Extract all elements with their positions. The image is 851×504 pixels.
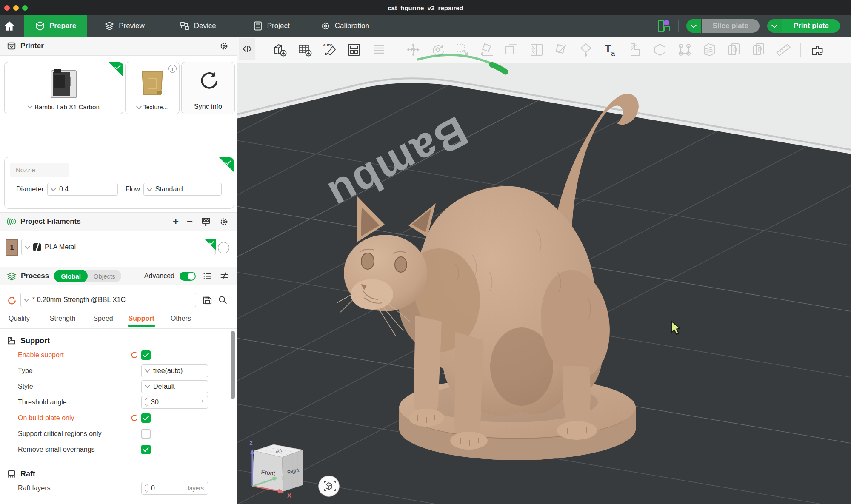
- preview-icon: [104, 21, 114, 31]
- printer-image: [48, 67, 80, 101]
- preset-select[interactable]: * 0.20mm Strength @BBL X1C: [20, 293, 196, 307]
- plate-info-icon[interactable]: i: [168, 65, 177, 73]
- nozzle-diameter-select[interactable]: 0.4: [47, 183, 118, 196]
- preset-reset-icon[interactable]: [7, 296, 17, 305]
- param-tabs: Quality Strength Speed Support Others: [0, 312, 237, 329]
- param-scroll-area[interactable]: Support Enable support Type tree(auto) S…: [0, 330, 237, 504]
- raft-group-title: Raft: [20, 470, 35, 478]
- filament-settings-gear-icon[interactable]: [219, 217, 229, 227]
- filament-more-button[interactable]: ···: [218, 242, 229, 253]
- advanced-label: Advanced: [144, 272, 174, 280]
- preset-list-icon[interactable]: [203, 271, 212, 281]
- doc-p-icon[interactable]: [751, 42, 766, 57]
- save-preset-icon[interactable]: [203, 295, 212, 305]
- reset-icon[interactable]: [130, 414, 138, 422]
- seam-paint-icon[interactable]: [554, 42, 569, 57]
- tab-prepare[interactable]: Prepare: [24, 15, 87, 37]
- raft-layers-spinner[interactable]: 0 layers: [141, 482, 208, 495]
- plate-select-chevron-icon[interactable]: [136, 104, 142, 109]
- support-style-select[interactable]: Default: [141, 380, 208, 393]
- printer-settings-gear-icon[interactable]: [219, 41, 229, 51]
- add-filament-button[interactable]: +: [173, 217, 179, 226]
- assembly-icon[interactable]: [810, 42, 825, 57]
- sidebar-scrollbar[interactable]: [231, 331, 235, 399]
- orbit-view-button[interactable]: [319, 476, 339, 496]
- viewport-toolbar: [237, 37, 851, 63]
- plate-type-card[interactable]: i Texture...: [125, 62, 180, 114]
- print-plate-button[interactable]: Print plate: [782, 19, 840, 33]
- home-button[interactable]: [0, 15, 19, 37]
- remove-overhangs-checkbox[interactable]: [141, 445, 151, 454]
- viewport-3d-scene[interactable]: Bambu: [237, 63, 851, 504]
- slice-plate-dropdown[interactable]: [686, 19, 701, 33]
- raft-layers-value: 0: [151, 484, 155, 492]
- remove-filament-button[interactable]: −: [187, 217, 193, 226]
- split-to-objects-icon[interactable]: [504, 42, 520, 57]
- param-row-raft-layers: Raft layers 0 layers: [0, 480, 237, 496]
- search-icon[interactable]: [218, 295, 228, 305]
- scope-objects-button[interactable]: Objects: [88, 273, 121, 280]
- lay-on-face-icon[interactable]: [480, 42, 495, 57]
- plate-list-icon[interactable]: [658, 20, 669, 31]
- text-tool-icon[interactable]: [603, 42, 618, 57]
- cut-icon[interactable]: [652, 42, 668, 57]
- tab-others[interactable]: Others: [171, 312, 191, 322]
- window-title: cat_figurine_v2_repaired: [0, 4, 851, 11]
- tune-icon[interactable]: [220, 271, 229, 281]
- tab-device-label: Device: [194, 22, 216, 30]
- tab-project[interactable]: Project: [242, 15, 301, 37]
- measure-icon[interactable]: [776, 42, 791, 57]
- reset-icon[interactable]: [130, 351, 138, 359]
- tab-device[interactable]: Device: [168, 15, 227, 37]
- advanced-toggle[interactable]: [180, 272, 196, 281]
- spinner-arrows-icon[interactable]: [142, 484, 151, 492]
- tab-strength[interactable]: Strength: [50, 312, 75, 322]
- tab-preview[interactable]: Preview: [93, 15, 155, 37]
- filament-name: PLA Metal: [45, 243, 76, 251]
- threshold-angle-spinner[interactable]: 30 °: [141, 396, 208, 409]
- slice-plate-button[interactable]: Slice plate: [702, 19, 760, 33]
- scale-icon[interactable]: [455, 42, 470, 57]
- nozzle-diameter-value: 0.4: [59, 185, 69, 193]
- critical-regions-checkbox[interactable]: [141, 429, 151, 439]
- rotate-icon[interactable]: [430, 42, 445, 57]
- sync-info-card[interactable]: Sync info: [181, 62, 235, 114]
- auto-orient-icon[interactable]: [322, 42, 337, 57]
- printer-select-chevron-icon[interactable]: [27, 103, 33, 109]
- split-to-parts-icon[interactable]: [529, 42, 544, 57]
- remove-overhangs-label: Remove small overhangs: [18, 446, 95, 453]
- color-paint-icon[interactable]: [578, 42, 594, 57]
- nozzle-tab[interactable]: Nozzle: [10, 163, 69, 177]
- filament-select[interactable]: PLA Metal: [21, 239, 216, 255]
- enable-support-checkbox[interactable]: [141, 350, 151, 360]
- mesh-boolean-icon[interactable]: [677, 42, 692, 57]
- doc-o-icon[interactable]: [726, 42, 742, 57]
- ams-sync-icon[interactable]: [201, 216, 211, 227]
- tab-calibration[interactable]: Calibration: [309, 15, 380, 37]
- support-type-select[interactable]: tree(auto): [141, 364, 208, 377]
- tab-quality[interactable]: Quality: [9, 312, 30, 322]
- printer-section-header: Printer: [0, 37, 237, 56]
- variable-layer-height-icon[interactable]: [702, 42, 717, 57]
- tab-speed[interactable]: Speed: [93, 312, 113, 322]
- filament-slot-index[interactable]: 1: [6, 239, 18, 256]
- spinner-arrows-icon[interactable]: [142, 399, 151, 406]
- device-icon: [180, 21, 190, 31]
- printer-card[interactable]: Bambu Lab X1 Carbon: [4, 62, 123, 114]
- print-plate-dropdown[interactable]: [767, 19, 782, 33]
- add-object-icon[interactable]: [272, 42, 288, 57]
- nozzle-diameter-label: Diameter: [16, 185, 44, 193]
- scope-global-button[interactable]: Global: [54, 270, 88, 282]
- sidebar-collapse-button[interactable]: [239, 38, 255, 60]
- object-list-icon[interactable]: [371, 42, 386, 57]
- move-icon[interactable]: [406, 42, 421, 57]
- nozzle-flow-select[interactable]: Standard: [143, 183, 222, 196]
- add-plate-icon[interactable]: [297, 42, 312, 57]
- nav-cube-front-label[interactable]: Front: [261, 468, 275, 476]
- tab-support[interactable]: Support: [129, 312, 154, 322]
- support-paint-icon[interactable]: [628, 42, 643, 57]
- on-build-plate-checkbox[interactable]: [141, 413, 151, 423]
- printer-section-title: Printer: [20, 42, 44, 50]
- arrange-icon[interactable]: [346, 42, 362, 57]
- nozzle-tab-label: Nozzle: [16, 166, 35, 174]
